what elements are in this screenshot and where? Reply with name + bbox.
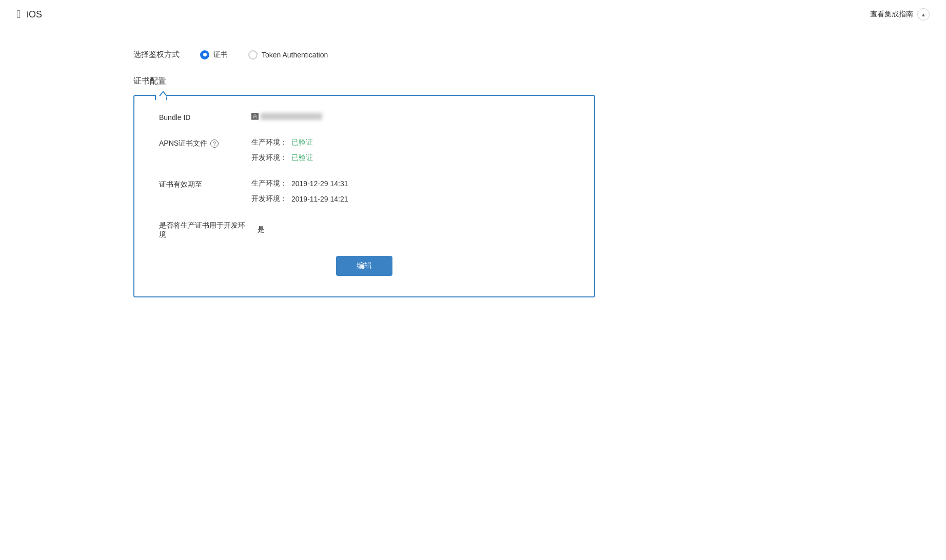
auth-method-label: 选择鉴权方式 (133, 50, 180, 59)
cert-config-card: Bundle ID 🅰 APNS证书文件 ? 生产环境： 已验证 开发环境： 已… (133, 95, 595, 297)
apple-logo-icon:  (16, 8, 21, 21)
radio-token-circle[interactable] (248, 50, 258, 59)
expiry-prod-env-label: 生产环境： (251, 179, 287, 188)
apns-dev-status: 已验证 (291, 153, 313, 163)
card-pointer-inner (160, 92, 167, 97)
bundle-id-value: 🅰 (251, 112, 322, 121)
apns-prod-row: 生产环境： 已验证 (251, 138, 313, 147)
bundle-id-blurred-text (261, 113, 322, 120)
apns-prod-env-label: 生产环境： (251, 138, 287, 147)
expiry-dev-date: 2019-11-29 14:21 (291, 195, 348, 203)
apns-help-icon[interactable]: ? (210, 139, 219, 148)
expiry-dev-row: 开发环境： 2019-11-29 14:21 (251, 194, 348, 204)
expiry-dev-env-label: 开发环境： (251, 194, 287, 204)
collapse-icon[interactable]: ▲ (917, 8, 930, 21)
header:  iOS 查看集成指南 ▲ (0, 0, 946, 29)
use-prod-cert-label: 是否将生产证书用于开发环境 (159, 220, 251, 239)
apns-cert-label: APNS证书文件 ? (159, 138, 251, 148)
cert-expiry-values: 生产环境： 2019-12-29 14:31 开发环境： 2019-11-29 … (251, 179, 348, 204)
edit-button[interactable]: 编辑 (336, 256, 392, 276)
use-prod-cert-row: 是否将生产证书用于开发环境 是 (159, 220, 569, 239)
auth-method-row: 选择鉴权方式 证书 Token Authentication (133, 50, 813, 59)
apns-dev-env-label: 开发环境： (251, 153, 287, 163)
apns-cert-row: APNS证书文件 ? 生产环境： 已验证 开发环境： 已验证 (159, 138, 569, 163)
radio-cert-option[interactable]: 证书 (200, 50, 228, 59)
bundle-id-icon: 🅰 (251, 112, 259, 121)
radio-token-option[interactable]: Token Authentication (248, 50, 328, 59)
apns-prod-status: 已验证 (291, 138, 313, 147)
cert-section-title: 证书配置 (133, 76, 813, 87)
radio-cert-circle[interactable] (200, 50, 209, 59)
edit-btn-row: 编辑 (159, 256, 569, 276)
bundle-id-row: Bundle ID 🅰 (159, 112, 569, 122)
integration-guide-link[interactable]: 查看集成指南 (870, 10, 913, 19)
bundle-id-label: Bundle ID (159, 112, 251, 122)
apns-cert-values: 生产环境： 已验证 开发环境： 已验证 (251, 138, 313, 163)
radio-cert-label: 证书 (213, 50, 228, 59)
use-prod-cert-value: 是 (258, 225, 265, 234)
header-left:  iOS (16, 8, 42, 21)
header-right: 查看集成指南 ▲ (870, 8, 930, 21)
expiry-prod-row: 生产环境： 2019-12-29 14:31 (251, 179, 348, 188)
apns-dev-row: 开发环境： 已验证 (251, 153, 313, 163)
cert-expiry-row: 证书有效期至 生产环境： 2019-12-29 14:31 开发环境： 2019… (159, 179, 569, 204)
cert-expiry-label: 证书有效期至 (159, 179, 251, 189)
main-content: 选择鉴权方式 证书 Token Authentication 证书配置 Bund… (0, 29, 946, 318)
header-title: iOS (27, 9, 42, 20)
radio-token-label: Token Authentication (262, 51, 328, 59)
expiry-prod-date: 2019-12-29 14:31 (291, 179, 348, 188)
